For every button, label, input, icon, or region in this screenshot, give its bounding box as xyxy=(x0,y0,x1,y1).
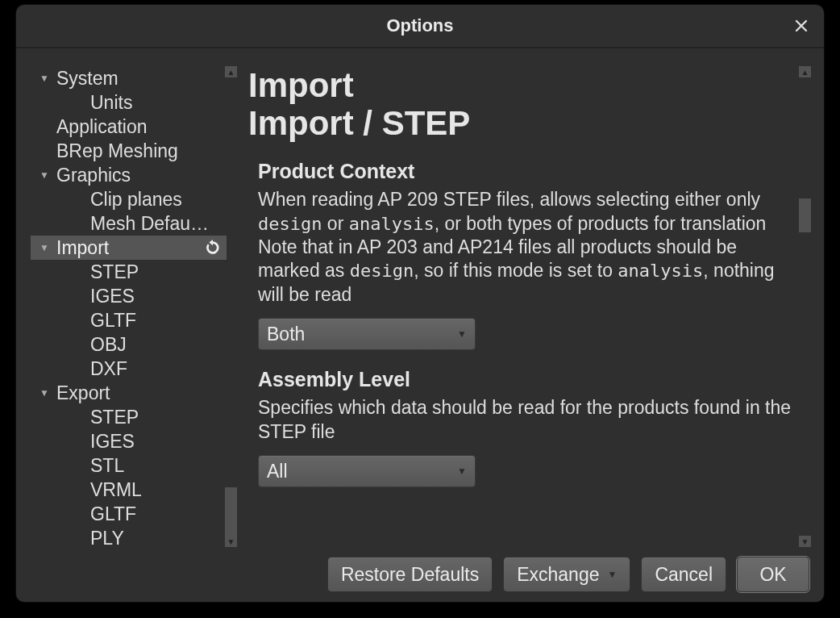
reset-icon[interactable] xyxy=(204,238,222,262)
scroll-thumb[interactable] xyxy=(225,487,237,536)
section-product-context: Product Context xyxy=(248,160,797,183)
scroll-up-icon[interactable]: ▲ xyxy=(225,66,237,77)
chevron-down-icon: ▼ xyxy=(457,328,467,340)
tree-item-import-iges[interactable]: IGES xyxy=(31,284,227,308)
tree-item-import-dxf[interactable]: DXF xyxy=(31,357,227,381)
chevron-down-icon: ▼ xyxy=(457,466,467,477)
scroll-up-icon[interactable]: ▲ xyxy=(799,66,811,77)
product-context-value: Both xyxy=(267,324,305,345)
exchange-button[interactable]: Exchange▼ xyxy=(503,557,630,592)
window-title: Options xyxy=(386,15,453,36)
chevron-down-icon: ▼ xyxy=(608,569,618,580)
desc-assembly-level: Specifies which data should be read for … xyxy=(248,396,797,444)
page-title-line1: Import xyxy=(248,66,797,104)
content-panel: Import Import / STEP Product Context Whe… xyxy=(248,66,811,547)
tree-item-graphics[interactable]: ▼Graphics xyxy=(31,163,227,187)
assembly-level-combo[interactable]: All ▼ xyxy=(258,455,476,487)
close-button[interactable] xyxy=(790,15,813,37)
assembly-level-value: All xyxy=(267,461,288,482)
tree-item-import-obj[interactable]: OBJ xyxy=(31,332,227,357)
page-title-line2: Import / STEP xyxy=(248,104,797,142)
tree-item-export-vrml[interactable]: VRML xyxy=(31,478,227,502)
tree-item-units[interactable]: Units xyxy=(31,90,227,115)
tree-item-import[interactable]: ▼Import xyxy=(31,236,227,260)
section-assembly-level: Assembly Level xyxy=(248,368,797,391)
product-context-combo[interactable]: Both ▼ xyxy=(258,318,476,350)
content-scrollbar[interactable]: ▲ ▼ xyxy=(799,66,811,547)
close-icon xyxy=(795,19,808,32)
tree-item-export-iges[interactable]: IGES xyxy=(31,429,227,453)
tree-item-export-ply[interactable]: PLY xyxy=(31,526,227,547)
tree-item-export[interactable]: ▼Export xyxy=(31,381,227,405)
scroll-thumb[interactable] xyxy=(799,198,811,232)
titlebar: Options xyxy=(16,5,824,48)
tree-scrollbar[interactable]: ▲ ▼ xyxy=(225,66,237,547)
tree-item-brep-meshing[interactable]: BRep Meshing xyxy=(31,139,227,163)
scroll-down-icon[interactable]: ▼ xyxy=(225,536,237,547)
ok-button[interactable]: OK xyxy=(737,557,809,592)
nav-tree: ▼System Units Application BRep Meshing ▼… xyxy=(31,66,227,547)
tree-panel: ▼System Units Application BRep Meshing ▼… xyxy=(31,66,237,547)
options-dialog: Options ▼System Units Application BRep M… xyxy=(16,5,824,602)
tree-item-clip-planes[interactable]: Clip planes xyxy=(31,187,227,211)
tree-item-import-step[interactable]: STEP xyxy=(31,260,227,284)
scroll-down-icon[interactable]: ▼ xyxy=(799,536,811,547)
tree-item-system[interactable]: ▼System xyxy=(31,66,227,90)
tree-item-export-stl[interactable]: STL xyxy=(31,453,227,478)
tree-item-import-gltf[interactable]: GLTF xyxy=(31,308,227,332)
restore-defaults-button[interactable]: Restore Defaults xyxy=(327,557,493,592)
tree-item-application[interactable]: Application xyxy=(31,115,227,139)
tree-item-export-step[interactable]: STEP xyxy=(31,405,227,429)
desc-product-context: When reading AP 209 STEP files, allows s… xyxy=(248,188,797,307)
tree-item-mesh-defaults[interactable]: Mesh Defau… xyxy=(31,211,227,236)
content: Import Import / STEP Product Context Whe… xyxy=(248,66,800,547)
cancel-button[interactable]: Cancel xyxy=(641,557,726,592)
tree-item-export-gltf[interactable]: GLTF xyxy=(31,502,227,526)
dialog-footer: Restore Defaults Exchange▼ Cancel OK xyxy=(16,547,824,602)
dialog-body: ▼System Units Application BRep Meshing ▼… xyxy=(16,48,824,547)
